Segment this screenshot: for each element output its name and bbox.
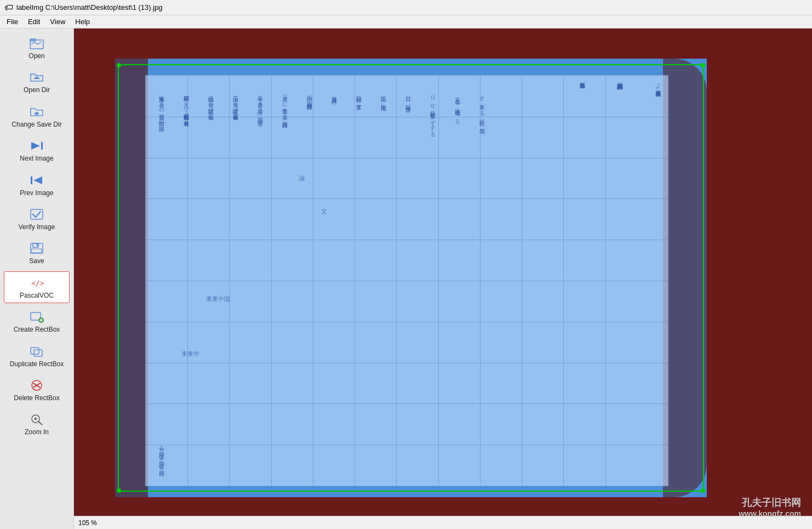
change-save-dir-label: Change Save Dir: [12, 121, 61, 128]
titlebar: 🏷 labelImg C:\Users\matt\Desktop\test\1 …: [0, 0, 812, 15]
open-button[interactable]: Open: [4, 32, 70, 64]
prev-image-button[interactable]: Prev Image: [4, 169, 70, 201]
save-label: Save: [29, 257, 44, 265]
save-icon: [28, 241, 45, 256]
handle-top-right[interactable]: [701, 63, 705, 67]
title-text: labelImg C:\Users\matt\Desktop\test\1 (1…: [16, 3, 163, 12]
svg-marker-2: [31, 142, 40, 150]
svg-rect-3: [41, 142, 43, 150]
next-image-label: Next Image: [20, 155, 53, 162]
svg-rect-5: [31, 177, 32, 184]
statusbar: 105 %: [74, 516, 812, 529]
duplicate-rectbox-label: Duplicate RectBox: [10, 360, 64, 368]
app-icon: 🏷: [4, 3, 13, 13]
image-container: よ音夫尾音響 合同語節調音 語音配当表 立東海に在るの国立り自由の国民 四中国に…: [115, 59, 707, 497]
next-image-icon: [28, 138, 45, 153]
open-icon: [28, 36, 45, 51]
prev-image-label: Prev Image: [20, 189, 53, 197]
svg-rect-10: [37, 244, 38, 246]
delete-rectbox-button[interactable]: Delete RectBox: [4, 374, 70, 406]
svg-text:</>: </>: [31, 279, 44, 287]
svg-rect-16: [31, 348, 39, 354]
verify-image-button[interactable]: Verify Image: [4, 203, 70, 235]
zoom-level: 105 %: [78, 519, 97, 527]
open-dir-label: Open Dir: [24, 86, 50, 94]
verify-image-label: Verify Image: [19, 223, 55, 231]
menu-edit[interactable]: Edit: [24, 16, 44, 27]
menubar: File Edit View Help: [0, 15, 812, 29]
open-label: Open: [28, 52, 44, 60]
create-rectbox-label: Create RectBox: [14, 326, 60, 333]
delete-rectbox-icon: [28, 378, 45, 393]
zoom-in-button[interactable]: Zoom In: [4, 408, 70, 440]
verify-image-icon: [28, 207, 45, 222]
save-button[interactable]: Save: [4, 237, 70, 269]
svg-line-22: [38, 422, 42, 425]
create-rectbox-icon: [28, 309, 45, 325]
change-save-dir-icon: [28, 104, 45, 120]
handle-bottom-right[interactable]: [701, 488, 705, 493]
sidebar: Open Open Dir Change Save Dir: [0, 29, 74, 529]
zoom-in-icon: [28, 412, 45, 427]
delete-rectbox-label: Delete RectBox: [14, 394, 59, 402]
create-rectbox-button[interactable]: Create RectBox: [4, 305, 70, 337]
open-dir-button[interactable]: Open Dir: [4, 66, 70, 98]
menu-help[interactable]: Help: [71, 16, 94, 27]
svg-rect-9: [32, 249, 42, 253]
zoom-in-label: Zoom In: [25, 428, 49, 436]
svg-rect-17: [34, 350, 42, 356]
document-image: よ音夫尾音響 合同語節調音 語音配当表 立東海に在るの国立り自由の国民 四中国に…: [115, 59, 707, 497]
prev-image-icon: [28, 173, 45, 188]
pascal-voc-button[interactable]: </> PascalVOC: [4, 271, 70, 303]
pascal-voc-icon: </>: [28, 275, 45, 291]
watermark: 孔夫子旧书网 www.kongfz.com: [739, 496, 801, 518]
canvas-area[interactable]: よ音夫尾音響 合同語節調音 語音配当表 立東海に在るの国立り自由の国民 四中国に…: [74, 29, 812, 529]
next-image-button[interactable]: Next Image: [4, 134, 70, 166]
menu-view[interactable]: View: [45, 16, 70, 27]
change-save-dir-button[interactable]: Change Save Dir: [4, 100, 70, 132]
duplicate-rectbox-button[interactable]: Duplicate RectBox: [4, 340, 70, 372]
watermark-line1: 孔夫子旧书网: [739, 496, 801, 509]
main-area: Open Open Dir Change Save Dir: [0, 29, 812, 529]
duplicate-rectbox-icon: [28, 344, 45, 359]
menu-file[interactable]: File: [2, 16, 22, 27]
pascal-voc-label: PascalVOC: [20, 292, 54, 299]
open-dir-icon: [28, 70, 45, 85]
svg-marker-4: [33, 177, 42, 184]
